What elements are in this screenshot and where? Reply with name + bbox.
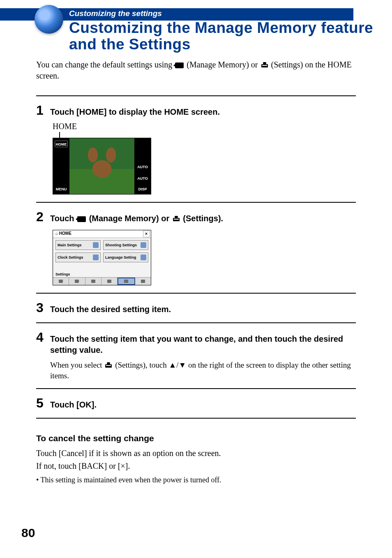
focus-auto-icon[interactable]: [55, 175, 68, 182]
camera-screenshot-home: HOME MENU AUTO AUTO DISP: [53, 132, 151, 194]
step-instruction: Touch [OK].: [50, 396, 356, 410]
settings-icon: [261, 61, 268, 68]
step-instruction: Touch [HOME] to display the HOME screen.: [50, 104, 356, 118]
main-settings-button[interactable]: Main Settings: [55, 240, 101, 250]
intro-text-1: You can change the default settings usin…: [36, 60, 174, 69]
step-text-3: (Settings).: [183, 214, 223, 223]
bottom-tab-bar: [53, 277, 151, 285]
breadcrumb: Customizing the settings: [69, 9, 162, 18]
intro-paragraph: You can change the default settings usin…: [36, 59, 356, 81]
clock-settings-icon: [93, 255, 99, 260]
cancel-text-1: Touch [Cancel] if it is shown as an opti…: [36, 447, 356, 459]
manage-memory-icon: [77, 216, 86, 222]
language-setting-icon: [141, 255, 146, 260]
step-number: 3: [36, 301, 50, 314]
tab-print-icon[interactable]: [101, 278, 118, 285]
figure-caption: HOME: [53, 122, 356, 131]
iso-auto-label[interactable]: AUTO: [136, 164, 149, 170]
timer-off-icon[interactable]: [55, 164, 68, 170]
page-title: Customizing the Manage Memory feature an…: [69, 20, 392, 53]
page-content: You can change the default settings usin…: [36, 59, 356, 486]
tab-slideshow-icon[interactable]: [85, 278, 101, 285]
step-1: 1 Touch [HOME] to display the HOME scree…: [36, 95, 356, 202]
step-instruction: Touch (Manage Memory) or (Settings).: [50, 210, 356, 224]
close-button[interactable]: ×: [143, 231, 150, 237]
svg-rect-7: [107, 362, 110, 364]
page-number: 80: [21, 526, 35, 540]
settings-icon: [105, 361, 112, 368]
clock-settings-button[interactable]: Clock Settings: [55, 252, 101, 262]
section-logo-icon: [35, 5, 63, 34]
tab-playback-icon[interactable]: [69, 278, 85, 285]
manage-memory-icon: [175, 63, 184, 68]
step-instruction: Touch the desired setting item.: [50, 301, 356, 315]
step-number: 1: [36, 104, 50, 117]
step-3: 3 Touch the desired setting item.: [36, 293, 356, 322]
flash-icon[interactable]: [55, 152, 68, 159]
tab-camera-icon[interactable]: [53, 278, 69, 285]
svg-rect-2: [262, 65, 267, 66]
cancel-section: To cancel the setting change Touch [Canc…: [36, 418, 356, 486]
shooting-settings-icon: [141, 242, 146, 248]
cancel-text-2: If not, touch [BACK] or [×].: [36, 460, 356, 472]
disp-button[interactable]: DISP: [136, 186, 149, 192]
cancel-note: This setting is maintained even when the…: [36, 475, 356, 486]
tab-manage-memory-icon[interactable]: [118, 278, 135, 285]
step-subtext: When you select (Settings), touch ▲/▼ on…: [50, 360, 356, 381]
step-instruction: Touch the setting item that you want to …: [50, 331, 356, 381]
home-button[interactable]: HOME: [55, 141, 68, 147]
main-settings-icon: [93, 242, 99, 248]
tab-settings-icon[interactable]: [135, 278, 151, 285]
svg-rect-5: [174, 219, 179, 220]
intro-text-2: (Manage Memory) or: [187, 60, 260, 69]
step-number: 4: [36, 331, 50, 344]
step-5: 5 Touch [OK].: [36, 388, 356, 418]
step-4: 4 Touch the setting item that you want t…: [36, 322, 356, 388]
settings-icon: [173, 215, 180, 222]
home-title: ⌂ HOME: [55, 231, 71, 236]
svg-rect-8: [106, 365, 111, 366]
camera-screenshot-settings: ⌂ HOME × Main Settings Shooting Settings…: [53, 230, 151, 285]
manual-page: Customizing the settings Customizing the…: [0, 0, 392, 558]
language-setting-button[interactable]: Language Setting: [103, 252, 148, 262]
step-text-2: (Manage Memory) or: [89, 214, 172, 223]
shooting-settings-button[interactable]: Shooting Settings: [103, 240, 148, 250]
menu-button[interactable]: MENU: [55, 186, 68, 192]
photo-preview: [69, 138, 134, 194]
step-2: 2 Touch (Manage Memory) or (Settings). ⌂…: [36, 202, 356, 293]
cancel-heading: To cancel the setting change: [36, 433, 356, 443]
svg-rect-4: [175, 216, 178, 218]
wb-auto-label[interactable]: AUTO: [136, 175, 149, 182]
svg-rect-1: [263, 62, 266, 64]
step-number: 5: [36, 396, 50, 410]
settings-tab-label: Settings: [53, 271, 151, 277]
step-number: 2: [36, 210, 50, 223]
step-text-1: Touch: [50, 214, 76, 223]
